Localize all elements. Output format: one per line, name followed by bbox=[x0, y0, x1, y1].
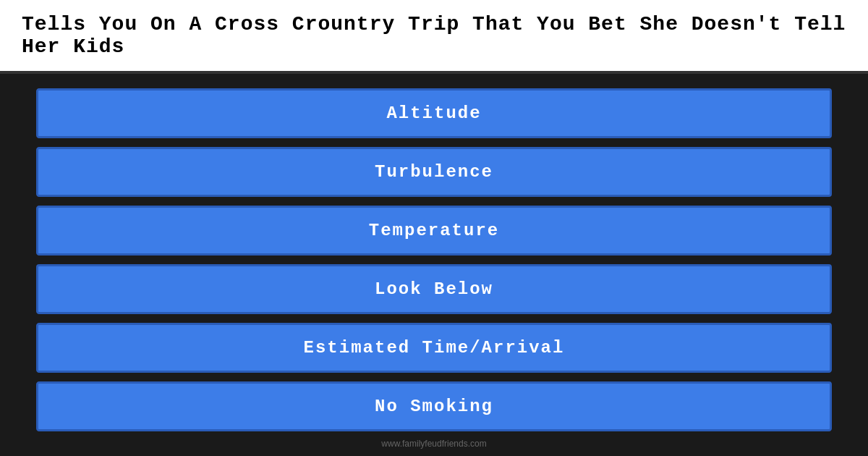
answers-container: AltitudeTurbulenceTemperatureLook BelowE… bbox=[0, 74, 868, 446]
answer-row-5[interactable]: Estimated Time/Arrival bbox=[36, 323, 832, 373]
answer-row-4[interactable]: Look Below bbox=[36, 264, 832, 314]
answer-row-1[interactable]: Altitude bbox=[36, 88, 832, 138]
answer-row-2[interactable]: Turbulence bbox=[36, 147, 832, 197]
answer-row-3[interactable]: Temperature bbox=[36, 206, 832, 256]
answer-label-2: Turbulence bbox=[375, 162, 493, 182]
answer-label-6: No Smoking bbox=[375, 397, 493, 416]
answer-label-3: Temperature bbox=[369, 221, 499, 240]
footer: www.familyfeudfriends.com bbox=[0, 437, 868, 450]
answer-label-5: Estimated Time/Arrival bbox=[304, 338, 565, 358]
header: Tells You On A Cross Crountry Trip That … bbox=[0, 0, 868, 74]
page-title: Tells You On A Cross Crountry Trip That … bbox=[22, 13, 846, 58]
footer-url: www.familyfeudfriends.com bbox=[381, 439, 486, 449]
answer-label-1: Altitude bbox=[386, 104, 481, 123]
answer-row-6[interactable]: No Smoking bbox=[36, 381, 832, 431]
answer-label-4: Look Below bbox=[375, 279, 493, 299]
